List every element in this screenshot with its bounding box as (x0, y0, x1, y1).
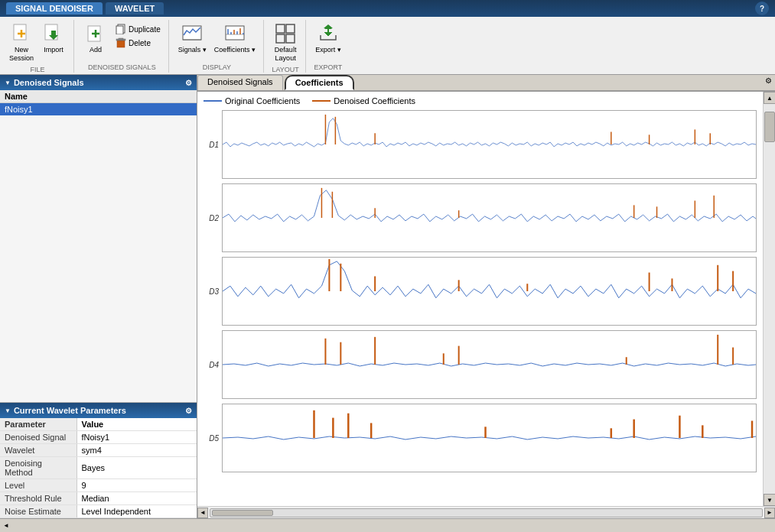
export-label: Export ▾ (315, 46, 341, 54)
signals-display-button[interactable]: Signals ▾ (175, 20, 210, 56)
ribbon-group-display: Signals ▾ (171, 20, 264, 73)
tabs-bar: Denoised Signals Coefficients ⚙ (197, 75, 775, 92)
add-label: Add (90, 46, 102, 54)
svg-rect-23 (276, 24, 285, 33)
svg-rect-10 (117, 41, 125, 47)
chart-box-d5 (222, 404, 757, 472)
chart-row-d4: D4 (204, 330, 757, 399)
ribbon-file-label: FILE (31, 64, 45, 73)
import-button[interactable]: Import (38, 20, 69, 56)
tab-settings-icon[interactable]: ⚙ (762, 75, 775, 90)
duplicate-icon (116, 24, 126, 34)
horizontal-scroll-thumb[interactable] (212, 510, 273, 516)
params-header: ▼ Current Wavelet Parameters ⚙ (0, 403, 197, 418)
new-session-icon (9, 21, 34, 46)
right-panel: Denoised Signals Coefficients ⚙ Original… (197, 75, 775, 518)
params-header-row: Parameter Value (0, 418, 197, 431)
param-label-wavelet: Wavelet (0, 444, 77, 457)
param-label-denoised-signal: Denoised Signal (0, 431, 77, 444)
chart-box-d1 (222, 110, 757, 179)
ribbon-denoised-label: DENOISED SIGNALS (88, 62, 156, 71)
new-session-button[interactable]: NewSession (6, 20, 37, 64)
scroll-thumb[interactable] (764, 112, 775, 142)
delete-button[interactable]: Delete (112, 37, 164, 49)
params-title: Current Wavelet Parameters (14, 406, 126, 415)
param-value-noise-estimate: Level Independent (77, 505, 197, 518)
signal-item-fnoisy1[interactable]: fNoisy1 (0, 103, 197, 115)
params-refresh-icon[interactable]: ⚙ (185, 407, 192, 415)
scroll-left-arrow[interactable]: ◄ (197, 508, 208, 518)
param-label-level: Level (0, 479, 77, 492)
svg-rect-12 (119, 38, 123, 40)
bottom-expand-arrow[interactable]: ◄ (3, 522, 9, 529)
tab-denoised-signals[interactable]: Denoised Signals (197, 75, 283, 90)
params-col-param-header: Parameter (0, 418, 77, 431)
coefficients-display-button[interactable]: Coefficients ▾ (211, 20, 259, 56)
vertical-scrollbar[interactable]: ▲ ▼ (763, 92, 775, 506)
horizontal-scrollbar-area: ◄ ► (197, 506, 775, 518)
param-label-denoising-method: Denoising Method (0, 457, 77, 479)
legend-denoised-line (312, 100, 331, 102)
ribbon-layout-label: LAYOUT (272, 64, 298, 73)
main-layout: ▼ Denoised Signals ⚙ Name fNoisy1 ▼ Curr… (0, 75, 775, 518)
export-button[interactable]: Export ▾ (312, 20, 344, 56)
scroll-track[interactable] (764, 104, 775, 494)
default-layout-button[interactable]: DefaultLayout (270, 20, 301, 64)
coefficients-display-label: Coefficients ▾ (214, 46, 256, 54)
param-value-denoising-method: Bayes (77, 457, 197, 479)
param-value-wavelet: sym4 (77, 444, 197, 457)
signals-display-label: Signals ▾ (178, 46, 207, 54)
param-row-level: Level 9 (0, 479, 197, 492)
legend-denoised-label: Denoised Coefficients (334, 96, 415, 105)
chart-row-d1: D1 (204, 110, 757, 179)
signal-list: fNoisy1 (0, 103, 197, 402)
coefficients-display-icon (223, 21, 247, 46)
help-button[interactable]: ? (755, 2, 769, 15)
params-table: Parameter Value Denoised Signal fNoisy1 … (0, 418, 197, 518)
svg-rect-9 (116, 26, 123, 34)
collapse-triangle[interactable]: ▼ (5, 79, 11, 86)
title-tab-signal-denoiser[interactable]: SIGNAL DENOISER (6, 2, 103, 15)
scroll-down-arrow[interactable]: ▼ (764, 494, 775, 506)
title-bar-tabs: SIGNAL DENOISER WAVELET (6, 2, 164, 15)
chart-row-d2: D2 (204, 183, 757, 252)
default-layout-label: DefaultLayout (275, 46, 297, 63)
tab-coefficients[interactable]: Coefficients (285, 75, 354, 90)
svg-rect-26 (286, 34, 295, 43)
params-panel: ▼ Current Wavelet Parameters ⚙ Parameter… (0, 402, 197, 518)
export-icon (316, 21, 340, 46)
param-label-noise-estimate: Noise Estimate (0, 505, 77, 518)
chart-area: Original Coefficients Denoised Coefficie… (197, 92, 763, 506)
add-icon (83, 21, 108, 46)
chart-box-d2 (222, 183, 757, 252)
title-tab-wavelet[interactable]: WAVELET (106, 2, 164, 15)
delete-icon (116, 37, 126, 48)
ribbon-export-label: EXPORT (314, 62, 342, 71)
param-row-wavelet: Wavelet sym4 (0, 444, 197, 457)
signal-list-header: Name (0, 90, 197, 103)
denoised-signals-title: Denoised Signals (14, 78, 84, 87)
param-row-denoising-method: Denoising Method Bayes (0, 457, 197, 479)
param-row-threshold-rule: Threshold Rule Median (0, 492, 197, 505)
default-layout-icon (273, 21, 298, 46)
scroll-right-arrow[interactable]: ► (764, 508, 775, 518)
svg-rect-24 (286, 24, 295, 33)
ribbon-group-file: NewSession Import FILE (2, 20, 74, 73)
chart-label-d5: D5 (204, 434, 219, 443)
param-row-denoised-signal: Denoised Signal fNoisy1 (0, 431, 197, 444)
add-button[interactable]: Add (80, 20, 111, 56)
params-collapse-triangle[interactable]: ▼ (5, 407, 11, 414)
duplicate-label: Duplicate (129, 25, 161, 34)
delete-label: Delete (129, 39, 151, 47)
scroll-up-arrow[interactable]: ▲ (764, 92, 775, 104)
chart-label-d2: D2 (204, 214, 219, 222)
refresh-icon[interactable]: ⚙ (185, 79, 192, 87)
legend-original-label: Original Coefficients (225, 96, 300, 105)
param-value-level: 9 (77, 479, 197, 492)
chart-row-d5: D5 (204, 404, 757, 472)
param-row-noise-estimate: Noise Estimate Level Independent (0, 505, 197, 518)
legend-denoised: Denoised Coefficients (312, 96, 415, 105)
horizontal-scrollbar-track[interactable] (210, 508, 763, 517)
duplicate-button[interactable]: Duplicate (112, 23, 164, 35)
chart-label-d1: D1 (204, 141, 219, 149)
